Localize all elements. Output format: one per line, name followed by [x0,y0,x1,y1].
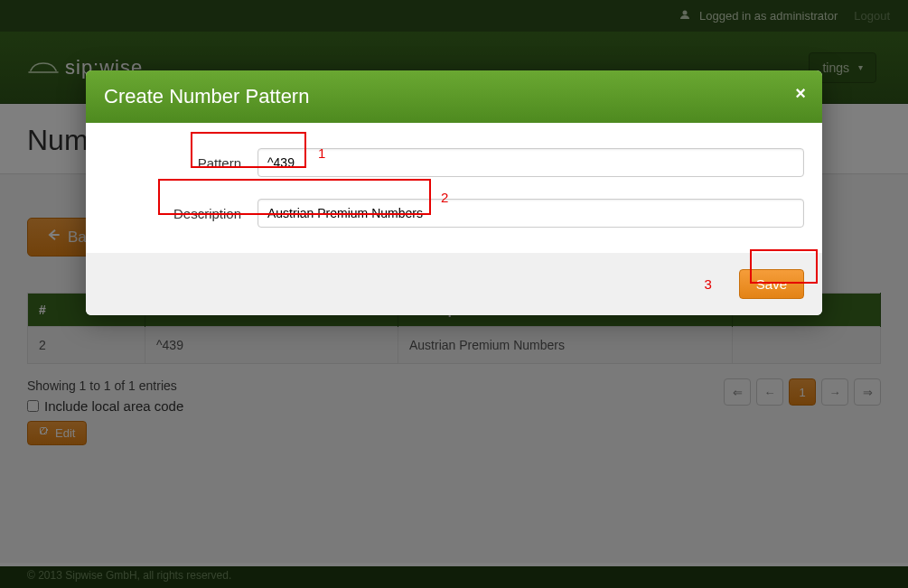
modal-title: Create Number Pattern [104,85,309,107]
description-input[interactable] [257,199,804,228]
form-row-pattern: Pattern [104,148,804,177]
form-row-description: Description [104,199,804,228]
modal-body: Pattern Description [86,123,822,253]
annotation-3: 3 [704,276,711,292]
save-button[interactable]: Save [739,269,804,299]
modal-header: Create Number Pattern × [86,70,822,123]
pattern-input[interactable] [257,148,804,177]
description-label: Description [104,206,257,221]
create-pattern-modal: Create Number Pattern × Pattern Descript… [86,70,822,315]
pattern-label: Pattern [104,155,257,171]
close-icon[interactable]: × [795,83,806,104]
modal-footer: 3 Save [86,253,822,315]
